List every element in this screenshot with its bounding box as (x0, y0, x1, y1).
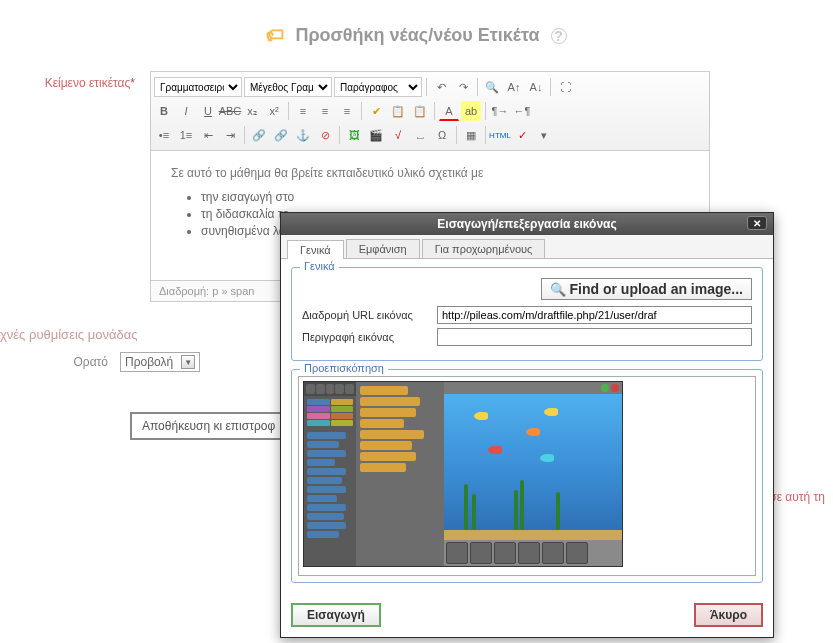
clean-icon[interactable]: ✔ (366, 101, 386, 121)
dialog-tabs: Γενικά Εμφάνιση Για προχωρημένους (281, 235, 773, 259)
equation-icon[interactable]: √ (388, 125, 408, 145)
underline-icon[interactable]: U (198, 101, 218, 121)
legend-general: Γενικά (300, 260, 339, 272)
bold-icon[interactable]: B (154, 101, 174, 121)
save-return-button[interactable]: Αποθήκευση κι επιστροφ (130, 412, 287, 440)
fieldset-general: Γενικά 🔍 Find or upload an image... Διαδ… (291, 267, 763, 361)
table-icon[interactable]: ▦ (461, 125, 481, 145)
align-left-icon[interactable]: ≡ (293, 101, 313, 121)
list-item: την εισαγωγή στο (201, 190, 689, 204)
anchor-icon[interactable]: ⚓ (293, 125, 313, 145)
preview-image (303, 381, 623, 567)
dialog-title: Εισαγωγή/επεξεργασία εικόνας (437, 217, 616, 231)
url-label: Διαδρομή URL εικόνας (302, 309, 437, 321)
stop-icon (611, 384, 619, 392)
fullscreen-icon[interactable]: ⛶ (555, 77, 575, 97)
chevron-down-icon: ▼ (181, 355, 195, 369)
close-icon[interactable]: ✕ (747, 216, 767, 230)
spellcheck-icon[interactable]: ✓ (512, 125, 532, 145)
editor-intro-text: Σε αυτό το μάθημα θα βρείτε εκπαιδευτικό… (171, 166, 689, 180)
fontsize-down-icon[interactable]: A↓ (526, 77, 546, 97)
char-icon[interactable]: Ω (432, 125, 452, 145)
strike-icon[interactable]: ABC (220, 101, 240, 121)
image-desc-input[interactable] (437, 328, 752, 346)
fieldset-preview: Προεπισκόπηση (291, 369, 763, 583)
cancel-button[interactable]: Άκυρο (694, 603, 763, 627)
paste-text-icon[interactable]: 📋 (388, 101, 408, 121)
help-icon[interactable]: ? (551, 28, 567, 44)
media-icon[interactable]: 🎬 (366, 125, 386, 145)
nolink-icon[interactable]: ⊘ (315, 125, 335, 145)
align-right-icon[interactable]: ≡ (337, 101, 357, 121)
dialog-titlebar[interactable]: Εισαγωγή/επεξεργασία εικόνας ✕ (281, 213, 773, 235)
image-url-input[interactable] (437, 306, 752, 324)
spellcheck-toggle-icon[interactable]: ▾ (534, 125, 554, 145)
tab-appearance[interactable]: Εμφάνιση (346, 239, 420, 258)
visible-label: Ορατό (0, 355, 120, 369)
paste-word-icon[interactable]: 📋 (410, 101, 430, 121)
label-text-label: Κείμενο ετικέτας* (0, 71, 150, 302)
format-select[interactable]: Παράγραφος (334, 77, 422, 97)
tab-general[interactable]: Γενικά (287, 240, 344, 259)
html-icon[interactable]: HTML (490, 125, 510, 145)
page-title: 🏷 Προσθήκη νέας/νέου Ετικέτα ? (0, 0, 833, 56)
bullet-list-icon[interactable]: •≡ (154, 125, 174, 145)
image-icon[interactable]: 🖼 (344, 125, 364, 145)
find-upload-button[interactable]: 🔍 Find or upload an image... (541, 278, 752, 300)
font-select[interactable]: Γραμματοσειρά (154, 77, 242, 97)
ltr-icon[interactable]: ¶→ (490, 101, 510, 121)
unlink-icon[interactable]: 🔗 (271, 125, 291, 145)
footer-link[interactable]: σε αυτή τη (769, 490, 825, 504)
tag-icon: 🏷 (266, 25, 284, 45)
indent-icon[interactable]: ⇥ (220, 125, 240, 145)
editor-toolbar: Γραμματοσειρά Μέγεθος Γραμ Παράγραφος ↶ … (150, 71, 710, 151)
undo-icon[interactable]: ↶ (431, 77, 451, 97)
preview-area[interactable] (298, 376, 756, 576)
image-dialog: Εισαγωγή/επεξεργασία εικόνας ✕ Γενικά Εμ… (280, 212, 774, 638)
number-list-icon[interactable]: 1≡ (176, 125, 196, 145)
text-color-icon[interactable]: A (439, 101, 459, 121)
search-icon[interactable]: 🔍 (482, 77, 502, 97)
italic-icon[interactable]: I (176, 101, 196, 121)
align-center-icon[interactable]: ≡ (315, 101, 335, 121)
subscript-icon[interactable]: x₂ (242, 101, 262, 121)
page-title-text: Προσθήκη νέας/νέου Ετικέτα (295, 25, 539, 45)
rtl-icon[interactable]: ←¶ (512, 101, 532, 121)
green-flag-icon (601, 384, 609, 392)
visible-select[interactable]: Προβολή ▼ (120, 352, 200, 372)
nonbreaking-icon[interactable]: ⎵ (410, 125, 430, 145)
link-icon[interactable]: 🔗 (249, 125, 269, 145)
bg-color-icon[interactable]: ab (461, 101, 481, 121)
tab-advanced[interactable]: Για προχωρημένους (422, 239, 546, 258)
outdent-icon[interactable]: ⇤ (198, 125, 218, 145)
desc-label: Περιγραφή εικόνας (302, 331, 437, 343)
redo-icon[interactable]: ↷ (453, 77, 473, 97)
fontsize-up-icon[interactable]: A↑ (504, 77, 524, 97)
legend-preview: Προεπισκόπηση (300, 362, 388, 374)
magnifier-icon: 🔍 (550, 282, 566, 297)
insert-button[interactable]: Εισαγωγή (291, 603, 381, 627)
superscript-icon[interactable]: x² (264, 101, 284, 121)
size-select[interactable]: Μέγεθος Γραμ (244, 77, 332, 97)
